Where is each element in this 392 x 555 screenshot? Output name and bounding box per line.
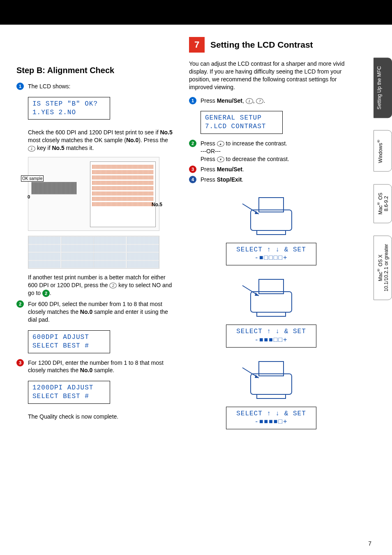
t: No.5 bbox=[52, 145, 64, 151]
lcd-line: 600DPI ADJUST bbox=[32, 333, 106, 342]
no5-label: No.5 bbox=[152, 202, 162, 207]
lcd-step-b-ok: IS STEP "B" OK? 1.YES 2.NO bbox=[28, 97, 110, 120]
print-quality-figure: OK sample 0 No.5 bbox=[28, 157, 159, 231]
contrast-bar-3: -■■■■□+ bbox=[231, 418, 312, 426]
key-1-icon: 1 bbox=[28, 146, 35, 152]
t: No.0 bbox=[80, 367, 92, 373]
r-step4-text: Press Stop/Exit. bbox=[201, 176, 353, 184]
lcd-line: SELECT BEST # bbox=[32, 392, 106, 401]
t: . bbox=[242, 176, 243, 183]
printer-illustration-icon bbox=[238, 353, 304, 403]
step2-text: For 600 DPI, select the number from 1 to… bbox=[28, 300, 173, 324]
contrast-bar-1: -■□□□□+ bbox=[231, 254, 312, 263]
lcd-select-3: SELECT ↑ ↓ & SET -■■■■□+ bbox=[226, 407, 316, 430]
svg-marker-14 bbox=[255, 375, 259, 378]
step1-para: Check the 600 DPI and 1200 DPI test prin… bbox=[28, 129, 173, 152]
t: No.0 bbox=[80, 309, 92, 315]
contrast-bar-2: -■■■□□+ bbox=[231, 336, 312, 345]
t: Menu/Set bbox=[217, 97, 242, 104]
lcd-line: SELECT BEST # bbox=[32, 342, 106, 350]
svg-marker-4 bbox=[255, 211, 259, 214]
t: No.0 bbox=[126, 137, 138, 143]
t: , bbox=[253, 97, 256, 104]
t: Press bbox=[201, 97, 217, 104]
t: to increase the contrast. bbox=[224, 140, 287, 147]
lcd-line: 1.YES 2.NO bbox=[32, 108, 106, 117]
section-7-title: Setting the LCD Contrast bbox=[210, 40, 313, 50]
key-7-icon: 7 bbox=[256, 98, 263, 104]
svg-rect-7 bbox=[257, 312, 286, 316]
right-column: 7 Setting the LCD Contrast You can adjus… bbox=[189, 25, 353, 435]
barcode-icon bbox=[32, 182, 77, 194]
alignment-strips-figure bbox=[28, 236, 159, 269]
lcd-line: 1200DPI ADJUST bbox=[32, 384, 106, 392]
bullet-2-ref-icon: 2 bbox=[42, 290, 50, 297]
tab-mac-classic[interactable]: Mac® OS8.6-9.2 bbox=[374, 184, 392, 223]
step1-text: The LCD shows: bbox=[28, 83, 173, 90]
ok-sample-label: OK sample bbox=[21, 175, 44, 182]
t: key if bbox=[35, 145, 52, 151]
bullet-4-icon: 4 bbox=[189, 176, 196, 183]
lcd-line: GENERAL SETUP bbox=[205, 114, 278, 122]
quality-complete: The Quality check is now complete. bbox=[28, 413, 173, 421]
left-step-1: 1 The LCD shows: bbox=[16, 83, 173, 90]
t: No.5 bbox=[160, 129, 172, 136]
t: Press bbox=[201, 166, 217, 173]
left-step-3: 3 For 1200 DPI, enter the number from 1 … bbox=[16, 359, 173, 375]
t: ). Press the bbox=[138, 137, 168, 143]
t: Press bbox=[201, 156, 217, 162]
lcd-select-1: SELECT ↑ ↓ & SET -■□□□□+ bbox=[226, 243, 316, 266]
page-content: Step B: Alignment Check 1 The LCD shows:… bbox=[0, 25, 392, 435]
down-key-icon: ▾ bbox=[217, 157, 224, 162]
tab-mac-osx[interactable]: Mac® OS X10.1/10.2.1 or greater bbox=[374, 235, 392, 300]
t: . bbox=[263, 97, 265, 104]
zero-label: 0 bbox=[28, 194, 30, 199]
svg-rect-12 bbox=[257, 394, 286, 398]
step-b-title: Step B: Alignment Check bbox=[16, 66, 173, 75]
tab-setting-up[interactable]: Setting Up the MFC bbox=[374, 58, 392, 118]
right-step-2: 2 Press ▴ to increase the contrast. ---O… bbox=[189, 140, 353, 163]
t: . bbox=[242, 166, 244, 173]
lcd-line: SELECT ↑ ↓ & SET bbox=[231, 327, 312, 336]
bullet-1-icon: 1 bbox=[189, 97, 196, 104]
right-step-4: 4 Press Stop/Exit. bbox=[189, 176, 353, 184]
lcd-line: SELECT ↑ ↓ & SET bbox=[231, 246, 312, 254]
bullet-3-icon: 3 bbox=[16, 359, 24, 366]
lcd-general-setup: GENERAL SETUP 7.LCD CONTRAST bbox=[201, 111, 283, 134]
r-step3-text: Press Menu/Set. bbox=[201, 166, 353, 173]
left-column: Step B: Alignment Check 1 The LCD shows:… bbox=[16, 25, 181, 435]
r-step1-text: Press Menu/Set, 1, 7. bbox=[201, 97, 353, 105]
t: sample. bbox=[92, 367, 114, 373]
section-number-box: 7 bbox=[189, 37, 205, 53]
t: most closely matches the OK sample ( bbox=[28, 137, 126, 143]
up-key-icon: ▴ bbox=[217, 141, 224, 147]
step1-para2: If another test print number is a better… bbox=[28, 274, 173, 297]
section-7-header: 7 Setting the LCD Contrast bbox=[189, 37, 353, 53]
t: ---OR--- bbox=[201, 148, 221, 154]
lcd-1200dpi: 1200DPI ADJUST SELECT BEST # bbox=[28, 381, 110, 404]
key-2-icon: 2 bbox=[109, 283, 117, 288]
top-black-bar bbox=[0, 0, 392, 25]
tab-windows[interactable]: Windows® bbox=[374, 130, 392, 172]
check-sheet-icon bbox=[90, 161, 156, 227]
t: Press bbox=[201, 140, 217, 147]
left-step-2: 2 For 600 DPI, select the number from 1 … bbox=[16, 300, 173, 324]
bullet-2-icon: 2 bbox=[16, 300, 24, 308]
lcd-line: SELECT ↑ ↓ & SET bbox=[231, 410, 312, 418]
page-number: 7 bbox=[368, 540, 371, 547]
t: to decrease the contrast. bbox=[224, 156, 289, 162]
r-step2-text: Press ▴ to increase the contrast. ---OR-… bbox=[201, 140, 353, 163]
bullet-3-icon: 3 bbox=[189, 166, 196, 173]
svg-rect-2 bbox=[257, 230, 286, 235]
lcd-select-2: SELECT ↑ ↓ & SET -■■■□□+ bbox=[226, 325, 316, 348]
bullet-2-icon: 2 bbox=[189, 140, 196, 147]
key-1-icon: 1 bbox=[246, 98, 253, 104]
right-step-1: 1 Press Menu/Set, 1, 7. bbox=[189, 97, 353, 105]
t: matches it. bbox=[65, 145, 94, 151]
printer-illustration-icon bbox=[238, 271, 304, 320]
bullet-1-icon: 1 bbox=[16, 83, 24, 90]
side-tabs: Setting Up the MFC Windows® Mac® OS8.6-9… bbox=[374, 58, 392, 300]
lcd-600dpi: 600DPI ADJUST SELECT BEST # bbox=[28, 330, 110, 353]
t: Menu/Set bbox=[217, 166, 242, 173]
t: , bbox=[242, 97, 246, 104]
